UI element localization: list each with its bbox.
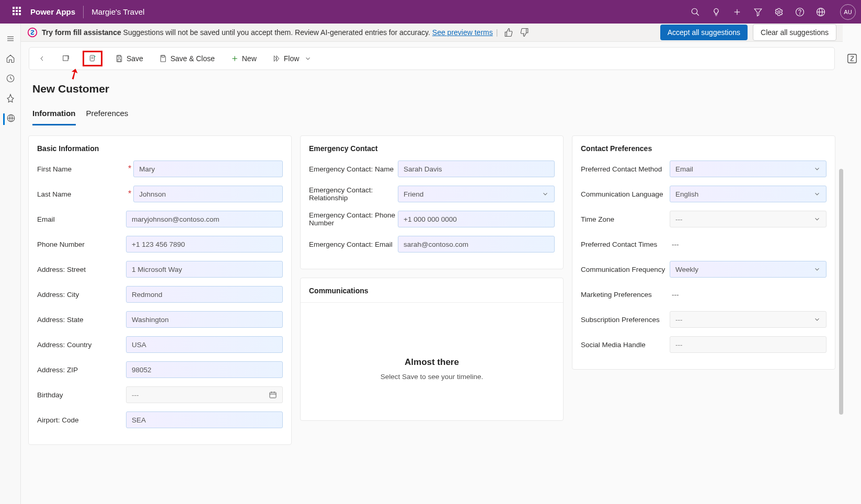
global-header: Power Apps Margie's Travel AU (0, 0, 861, 24)
city-input[interactable]: Redmond (126, 286, 283, 303)
street-label: Address: Street (37, 266, 126, 273)
copilot-icon (27, 27, 38, 38)
back-button[interactable] (35, 52, 49, 65)
basic-info-section: Basic Information First Name*Mary Last N… (28, 135, 292, 445)
section-title: Contact Preferences (581, 144, 826, 153)
search-icon[interactable] (691, 7, 700, 17)
ec-phone-input[interactable]: +1 000 000 0000 (398, 211, 555, 227)
preview-terms-link[interactable]: See preview terms (432, 28, 493, 37)
ec-email-input[interactable]: sarah@contoso.com (398, 236, 555, 253)
section-title: Basic Information (37, 144, 283, 153)
app-launcher-icon[interactable] (13, 7, 23, 17)
pin-icon[interactable] (6, 94, 15, 103)
zip-label: Address: ZIP (37, 366, 126, 374)
form-fill-highlighted-button[interactable] (83, 51, 102, 66)
birthday-input[interactable]: --- (126, 386, 283, 403)
chevron-down-icon (813, 165, 821, 173)
thumbs-up-icon[interactable] (504, 28, 513, 37)
svg-point-0 (692, 8, 697, 14)
airport-input[interactable]: SEA (126, 411, 283, 428)
tab-preferences[interactable]: Preferences (86, 109, 129, 125)
lightbulb-icon[interactable] (711, 7, 721, 17)
section-title: Emergency Contact (309, 144, 555, 153)
pref-social-input[interactable]: --- (670, 336, 826, 353)
gear-icon[interactable] (774, 7, 784, 17)
section-title: Communications (309, 287, 555, 295)
country-label: Address: Country (37, 341, 126, 349)
empty-state-title: Almost there (405, 357, 459, 368)
pref-sub-select[interactable]: --- (670, 311, 826, 328)
recent-icon[interactable] (6, 74, 15, 83)
pref-lang-label: Communication Language (581, 190, 670, 198)
chevron-down-icon (813, 316, 821, 323)
street-input[interactable]: 1 Microsoft Way (126, 261, 283, 278)
contact-preferences-section: Contact Preferences Preferred Contact Me… (572, 135, 835, 370)
pref-tz-select[interactable]: --- (670, 211, 826, 227)
app-name: Margie's Travel (91, 7, 144, 16)
clear-all-button[interactable]: Clear all suggestions (753, 24, 836, 41)
empty-state-subtitle: Select Save to see your timeline. (381, 373, 484, 381)
ec-rel-select[interactable]: Friend (398, 186, 555, 202)
user-avatar[interactable]: AU (840, 4, 856, 20)
filter-icon[interactable] (753, 7, 763, 17)
pref-times-value[interactable]: --- (670, 240, 826, 248)
flow-button[interactable]: Flow (269, 52, 315, 65)
ec-name-label: Emergency Contact: Name (309, 165, 398, 173)
plus-icon[interactable] (732, 7, 742, 17)
new-button[interactable]: New (227, 52, 260, 65)
state-input[interactable]: Washington (126, 311, 283, 328)
pref-lang-select[interactable]: English (670, 186, 826, 202)
thumbs-down-icon[interactable] (520, 28, 529, 37)
chevron-down-icon (813, 215, 821, 223)
accept-all-button[interactable]: Accept all suggestions (660, 25, 748, 40)
svg-rect-26 (162, 55, 164, 57)
pref-times-label: Preferred Contact Times (581, 240, 670, 248)
city-label: Address: City (37, 291, 126, 299)
svg-marker-29 (274, 56, 277, 62)
vertical-scrollbar[interactable] (839, 65, 843, 504)
help-icon[interactable] (795, 7, 805, 17)
ec-name-input[interactable]: Sarah Davis (398, 161, 555, 177)
home-icon[interactable] (6, 54, 15, 63)
country-input[interactable]: USA (126, 336, 283, 353)
globe-rail-icon[interactable] (6, 113, 16, 123)
svg-rect-24 (118, 55, 120, 57)
last-name-input[interactable]: Johnson (133, 186, 283, 202)
banner-text: Try form fill assistance Suggestions wil… (42, 28, 493, 37)
product-name: Power Apps (30, 7, 75, 16)
first-name-label: First Name (37, 165, 72, 173)
state-label: Address: State (37, 316, 126, 324)
pref-freq-select[interactable]: Weekly (670, 261, 826, 278)
first-name-input[interactable]: Mary (133, 161, 283, 177)
ec-rel-label: Emergency Contact: Relationship (309, 186, 398, 202)
chevron-down-icon (542, 190, 549, 198)
menu-icon[interactable] (6, 34, 15, 43)
svg-line-1 (696, 13, 699, 16)
command-bar: ➚ Save Save & Close New Flow (29, 47, 835, 70)
ec-phone-label: Emergency Contact: Phone Number (309, 211, 398, 227)
calendar-icon[interactable] (269, 391, 277, 399)
svg-point-7 (800, 14, 800, 14)
pref-mkt-label: Marketing Preferences (581, 291, 670, 299)
page-title: New Customer (32, 83, 831, 95)
svg-rect-21 (90, 55, 94, 61)
globe-icon[interactable] (816, 7, 825, 17)
svg-rect-25 (118, 59, 120, 62)
save-button[interactable]: Save (112, 52, 146, 65)
svg-point-5 (778, 10, 780, 13)
left-nav-rail (0, 24, 21, 504)
zip-input[interactable]: 98052 (126, 361, 283, 378)
pref-method-select[interactable]: Email (670, 161, 826, 177)
copilot-panel-icon[interactable] (846, 53, 858, 64)
pref-mkt-value[interactable]: --- (670, 291, 826, 299)
ai-assist-banner: Try form fill assistance Suggestions wil… (21, 24, 843, 42)
save-close-button[interactable]: Save & Close (156, 52, 218, 65)
email-input[interactable]: maryjohnson@contoso.com (126, 211, 283, 227)
open-new-button[interactable] (59, 52, 73, 65)
phone-input[interactable]: +1 123 456 7890 (126, 236, 283, 253)
svg-marker-30 (277, 56, 279, 62)
pref-social-label: Social Media Handle (581, 341, 670, 349)
pref-method-label: Preferred Contact Method (581, 165, 670, 173)
svg-marker-4 (754, 9, 762, 16)
tab-information[interactable]: Information (32, 109, 76, 125)
